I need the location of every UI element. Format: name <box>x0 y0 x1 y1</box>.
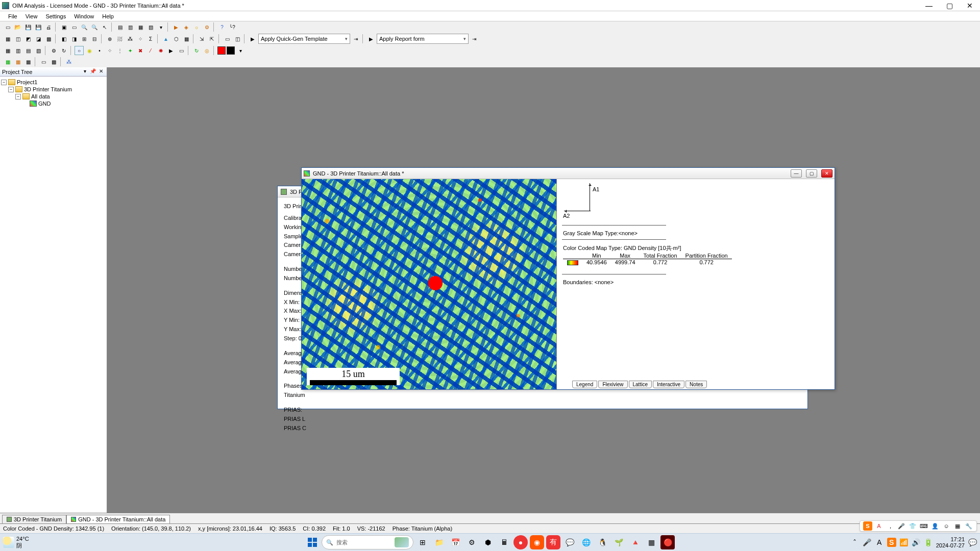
zoom-out-button[interactable] <box>90 22 99 32</box>
tree-map-node[interactable]: GND <box>1 100 106 107</box>
app-icon-orange[interactable]: ◉ <box>530 535 544 549</box>
cascade-button[interactable]: ▦ <box>136 22 145 32</box>
taskbar-clock[interactable]: 17:21 2024-07-27 <box>936 536 965 548</box>
ime-sogou-icon[interactable]: S <box>863 521 872 531</box>
sun-button[interactable]: ☼ <box>192 22 201 32</box>
ime-toolbar[interactable]: S A ， 🎤 👕 ⌨ 👤 ☺ ▦ 🔧 <box>860 520 977 532</box>
window-list-button[interactable]: ▾ <box>156 22 165 32</box>
oim-taskbar-icon[interactable]: ▦ <box>644 535 658 549</box>
taskbar-search[interactable]: 🔍 搜索 <box>322 535 413 549</box>
map-type-7[interactable]: ◨ <box>69 34 79 43</box>
tray-sogou-icon[interactable]: S <box>887 538 896 547</box>
settings-icon[interactable]: ⚙ <box>464 535 479 549</box>
mt-line[interactable]: ⁄ <box>146 46 155 55</box>
app-icon-3[interactable]: 🌱 <box>611 535 626 549</box>
mt-dot1[interactable]: • <box>95 46 104 55</box>
mt-burst[interactable]: ✺ <box>156 46 165 55</box>
mt-2[interactable]: ▥ <box>13 46 22 55</box>
tree-collapse-icon[interactable]: − <box>15 94 21 99</box>
mt-circle[interactable]: ○ <box>75 46 84 55</box>
app-icon-4[interactable]: 🔺 <box>628 535 642 549</box>
map-viewport[interactable]: 15 um <box>302 179 557 389</box>
color-primary[interactable] <box>217 46 226 55</box>
mt-target[interactable]: ◎ <box>202 46 211 55</box>
map-minimize-button[interactable]: — <box>791 169 802 178</box>
gear-button[interactable]: ⚙ <box>202 22 211 32</box>
hex-button[interactable]: ⬡ <box>172 34 181 43</box>
task-view-button[interactable]: ⊞ <box>415 535 430 549</box>
reportform-combo[interactable]: Apply Report form <box>377 34 469 44</box>
zoom-in-button[interactable] <box>80 22 89 32</box>
cl-1[interactable]: ▦ <box>3 57 12 66</box>
menu-view[interactable]: View <box>21 12 42 20</box>
panel-pin-button[interactable]: 📌 <box>89 68 96 76</box>
chart-button[interactable]: ⛆ <box>115 34 125 43</box>
mt-cross[interactable]: ✖ <box>136 46 145 55</box>
app-icon-red[interactable]: ● <box>513 535 528 549</box>
map-maximize-button[interactable]: ▢ <box>806 169 817 178</box>
grid-button[interactable]: ▦ <box>182 34 191 43</box>
menu-settings[interactable]: Settings <box>41 12 70 20</box>
mt-3[interactable]: ▤ <box>23 46 33 55</box>
tab-notes[interactable]: Notes <box>685 381 707 388</box>
cl-3[interactable]: ▦ <box>23 57 33 66</box>
tree-project-node[interactable]: − Project1 <box>1 79 106 86</box>
fit-window-button[interactable]: ▣ <box>59 22 68 32</box>
ime-user-icon[interactable]: 👤 <box>930 521 940 531</box>
mt-gear[interactable]: ⚙ <box>49 46 58 55</box>
explorer-icon[interactable]: 📁 <box>432 535 446 549</box>
app-icon-1[interactable]: ⬢ <box>481 535 495 549</box>
tile-h-button[interactable]: ▤ <box>115 22 125 32</box>
color-secondary[interactable] <box>227 46 235 55</box>
export-button[interactable]: ⇲ <box>197 34 206 43</box>
mt-yellow[interactable]: ◉ <box>85 46 94 55</box>
map-type-1[interactable]: ▦ <box>3 34 12 43</box>
cl-6[interactable]: ⁂ <box>64 57 74 66</box>
page2-button[interactable]: ◫ <box>233 34 242 43</box>
map-type-4[interactable]: ◪ <box>34 34 43 43</box>
open-button[interactable] <box>13 22 22 32</box>
map-type-6[interactable]: ◧ <box>59 34 68 43</box>
quickgen-go-button[interactable]: ⇥ <box>351 34 360 43</box>
youdao-icon[interactable]: 有 <box>546 535 560 549</box>
tray-battery-icon[interactable]: 🔋 <box>924 538 933 547</box>
db-button[interactable]: ◈ <box>182 22 191 32</box>
tray-wifi-icon[interactable]: 📶 <box>899 538 909 547</box>
tray-overflow-button[interactable]: ˄ <box>850 538 860 547</box>
menu-help[interactable]: Help <box>98 12 118 20</box>
scatter-button[interactable]: ⁘ <box>136 34 145 43</box>
globe-button[interactable]: ⊕ <box>105 34 114 43</box>
ime-tool-icon[interactable]: 🔧 <box>964 521 973 531</box>
tree-dataset-node[interactable]: − 3D Printer Titanium <box>1 86 106 93</box>
tab-lattice[interactable]: Lattice <box>629 381 652 388</box>
save-button[interactable] <box>23 22 33 32</box>
run-quickgen-button[interactable]: ▶ <box>248 34 257 43</box>
tab-interactive[interactable]: Interactive <box>653 381 684 388</box>
run-report-button[interactable]: ▶ <box>366 34 376 43</box>
triangle-button[interactable]: ▲ <box>161 34 170 43</box>
ime-mic-icon[interactable]: 🎤 <box>897 521 906 531</box>
map-window-titlebar[interactable]: GND - 3D Printer Titanium::All data * — … <box>302 168 835 179</box>
app-icon-2[interactable]: 🐧 <box>595 535 609 549</box>
map-type-5[interactable]: ▩ <box>44 34 53 43</box>
new-button[interactable] <box>3 22 12 32</box>
help-button[interactable]: ? <box>217 22 227 32</box>
doctab-map[interactable]: GND - 3D Printer Titanium::All data <box>66 515 170 523</box>
cluster-button[interactable]: ⁂ <box>126 34 135 43</box>
project-tree[interactable]: − Project1 − 3D Printer Titanium − All d… <box>0 77 107 513</box>
save-all-button[interactable] <box>34 22 43 32</box>
ime-punct-icon[interactable]: ， <box>886 521 895 531</box>
minimize-button[interactable]: — <box>919 1 939 11</box>
system-tray[interactable]: ˄ 🎤 A S 📶 🔊 🔋 17:21 2024-07-27 💬 <box>850 536 977 548</box>
cl-4[interactable]: ▭ <box>39 57 48 66</box>
pointer-button[interactable] <box>100 22 109 32</box>
edge-icon[interactable]: 🌐 <box>579 535 593 549</box>
menu-window[interactable]: Window <box>70 12 98 20</box>
map-type-8[interactable]: ⊞ <box>80 34 89 43</box>
ime-keyboard-icon[interactable]: ⌨ <box>919 521 928 531</box>
close-button[interactable]: ✕ <box>960 1 980 11</box>
menu-file[interactable]: File <box>4 12 21 20</box>
windows-taskbar[interactable]: 24°C 阴 🔍 搜索 ⊞ 📁 📅 ⚙ ⬢ 🖩 ● ◉ 有 💬 🌐 🐧 🌱 🔺 … <box>0 533 980 551</box>
mt-1[interactable]: ▦ <box>3 46 12 55</box>
panel-close-button[interactable]: ✕ <box>97 68 105 76</box>
